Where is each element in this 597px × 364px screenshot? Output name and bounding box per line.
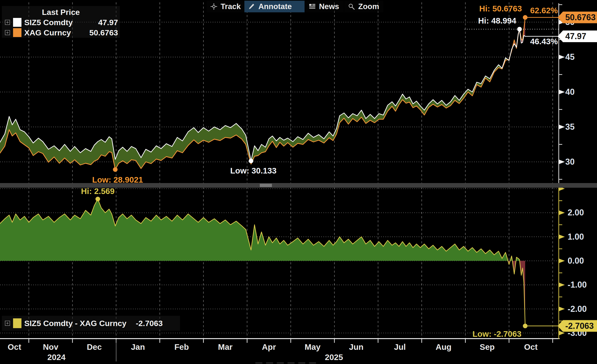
month-label: Mar [218,342,233,351]
spread-tick-label: 0.00 [568,256,584,265]
siz5-comdty-line [0,29,525,161]
copyright-fragment [298,362,305,364]
last-price-tag-value: -2.7063 [565,321,594,331]
legend-row-xag[interactable]: XAG Curncy 50.6763 [2,28,120,38]
spread-tick-arrow [559,235,565,239]
spread-minor-tick [559,200,562,201]
spread-tick-label: -1.00 [568,280,587,289]
annotation-text: 46.43% [530,37,558,46]
price-tick-label: 30 [565,157,575,167]
price-minor-tick [559,179,562,180]
month-label: Jan [131,342,145,351]
annotation-dot [249,159,253,163]
spread-color-swatch [13,318,22,328]
news-label: News [319,2,339,11]
price-minor-tick [559,4,562,5]
year-label: 2024 [47,353,65,362]
annotation-dot [95,197,100,201]
expand-icon[interactable] [5,30,10,35]
month-label: Apr [262,342,276,351]
price-tick-arrow [559,90,565,94]
year-label: 2025 [325,353,343,362]
zoom-label: Zoom [358,2,379,11]
zoom-button[interactable]: Zoom [344,1,383,12]
month-label: Oct [8,342,22,351]
x-axis-tick [465,339,466,343]
last-price-tag-value: 50.6763 [565,13,596,22]
price-minor-tick [559,144,562,145]
pencil-icon [248,3,255,10]
price-tick-label: 35 [565,122,575,132]
expand-icon[interactable] [5,320,10,326]
legend-title: Last Price [2,6,120,17]
siz5-color-swatch [13,18,22,27]
x-axis-tick [509,339,509,343]
divider-drag-handle[interactable] [260,184,272,187]
annotation-text: Low: -2.7063 [472,329,521,338]
spread-minor-tick [559,296,562,297]
price-tick-label: 45 [565,52,575,62]
annotate-label: Annotate [258,2,292,11]
xag-color-swatch [13,28,22,37]
track-button[interactable]: Track [207,1,245,12]
siz5-ticker-label: SIZ5 Comdty [24,18,73,27]
copyright-fragment [277,362,284,364]
copyright-fragment [288,362,295,364]
annotation-text: 62.62% [530,6,558,15]
price-tick-arrow [559,159,565,164]
annotate-button[interactable]: Annotate [244,1,305,12]
price-minor-tick [559,74,562,75]
xag-last-value: 50.6763 [89,28,118,37]
spread-line [0,199,525,326]
x-axis-tick [290,339,291,343]
spread-tick-label: -2.00 [568,304,587,314]
news-button[interactable]: News [305,1,344,12]
copyright-fragment [255,362,262,364]
spread-tick-arrow [559,210,565,215]
expand-icon[interactable] [5,20,10,25]
track-label: Track [221,2,241,11]
spread-minor-tick [559,321,562,321]
spread-tick-label: 1.00 [568,232,584,242]
x-axis-tick [552,339,553,343]
xag-ticker-label: XAG Curncy [24,28,71,37]
spread-minor-tick [559,249,562,249]
legend-row-siz5[interactable]: SIZ5 Comdty 47.97 [2,17,120,28]
annotation-text: Hi: 2.569 [81,187,115,196]
spread-tick-arrow [559,258,565,263]
price-tick-arrow [559,55,565,59]
x-axis-tick [334,339,335,343]
annotation-dot [517,27,522,31]
news-lines-icon [309,3,316,10]
x-axis-tick [247,339,247,343]
copyright-fragment [309,362,316,364]
siz5-last-value: 47.97 [98,18,118,27]
spread-minor-tick [559,273,562,273]
month-label: Aug [436,342,451,351]
month-label: Jul [394,342,406,351]
spread-fill-positive [0,58,508,170]
spread-tick-arrow [559,282,565,287]
spread-legend: SIZ5 Comdty - XAG Curncy -2.7063 [2,316,180,331]
spread-last-value: -2.7063 [136,319,163,328]
annotation-dot [113,167,118,172]
price-legend: Last Price SIZ5 Comdty 47.97 XAG Curncy … [2,6,120,38]
x-axis-tick [28,339,29,343]
price-minor-tick [559,109,562,110]
x-axis-tick [378,339,378,343]
x-axis-line [0,338,560,339]
price-tick-label: 40 [565,87,575,97]
legend-row-spread[interactable]: SIZ5 Comdty - XAG Curncy -2.7063 [2,316,180,331]
month-label: Feb [174,342,189,351]
price-tick-arrow [559,125,565,129]
annotation-text: Hi: 48.994 [478,16,516,25]
x-axis-tick [203,339,204,343]
spread-tick-arrow [559,307,565,311]
x-axis-tick [72,339,73,343]
annotation-text: Low: 30.133 [230,166,276,175]
chart-canvas[interactable]: 50454035302.001.000.00-1.00-2.00-3.0050.… [0,0,597,364]
copyright-fragment [266,362,273,364]
x-axis-tick [421,339,422,343]
month-label: Jun [349,342,363,351]
spread-label: SIZ5 Comdty - XAG Curncy [24,319,126,328]
